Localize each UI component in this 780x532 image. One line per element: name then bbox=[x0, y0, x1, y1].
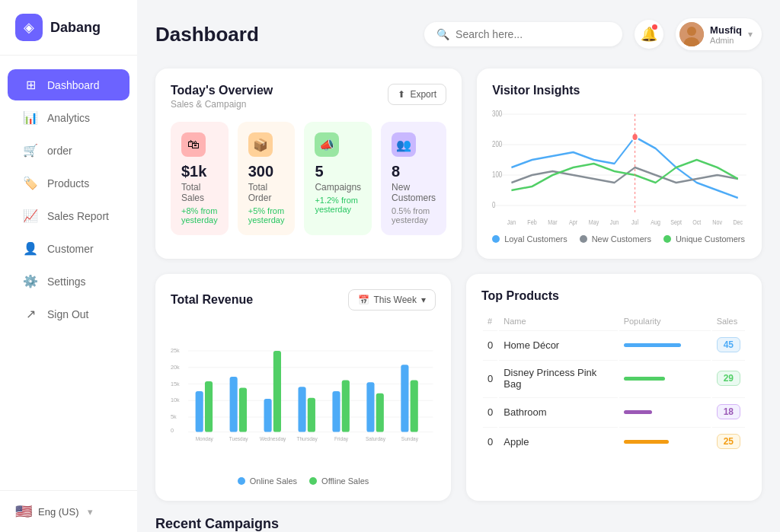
svg-text:Jan: Jan bbox=[507, 218, 516, 226]
svg-text:Sunday: Sunday bbox=[401, 436, 419, 442]
svg-text:200: 200 bbox=[492, 140, 502, 148]
revenue-title: Total Revenue bbox=[171, 293, 253, 307]
total-sales-value: $1k bbox=[181, 163, 218, 180]
svg-text:300: 300 bbox=[492, 110, 502, 118]
sidebar-item-sign-out[interactable]: ↗ Sign Out bbox=[8, 298, 129, 330]
sidebar-item-sales-report[interactable]: 📈 Sales Report bbox=[8, 200, 129, 231]
period-selector-button[interactable]: 📅 This Week ▾ bbox=[348, 289, 436, 311]
sidebar-item-order[interactable]: 🛒 order bbox=[8, 135, 129, 166]
legend-loyal: Loyal Customers bbox=[492, 234, 567, 244]
svg-text:Wednesday: Wednesday bbox=[260, 436, 286, 442]
product-name: Disney Princess Pink Bag bbox=[499, 360, 617, 396]
overview-title: Today's Overview bbox=[171, 84, 273, 97]
stat-card-total-sales: 🛍 $1k Total Sales +8% from yesterday bbox=[171, 122, 229, 235]
product-rank: 0 bbox=[483, 397, 497, 425]
col-popularity: Popularity bbox=[619, 314, 711, 329]
svg-rect-44 bbox=[273, 351, 281, 432]
customer-icon: 👤 bbox=[23, 241, 38, 256]
new-label: New Customers bbox=[592, 234, 651, 244]
product-name: Bathroom bbox=[499, 397, 617, 425]
svg-text:15k: 15k bbox=[171, 381, 180, 387]
svg-text:Apr: Apr bbox=[569, 218, 577, 226]
unique-dot bbox=[663, 235, 671, 243]
campaigns-icon: 📣 bbox=[315, 132, 339, 157]
svg-text:Mar: Mar bbox=[548, 218, 558, 226]
revenue-chart-container: 25k 20k 15k 10k 5k 0 Monday bbox=[171, 323, 436, 470]
table-row: 0 Home Décor 45 bbox=[483, 330, 745, 358]
svg-text:Thursday: Thursday bbox=[296, 436, 318, 442]
stat-card-total-order: 📦 300 Total Order +5% from yesterday bbox=[238, 122, 296, 235]
svg-text:Feb: Feb bbox=[527, 218, 537, 226]
product-sales: 45 bbox=[712, 330, 745, 358]
svg-rect-43 bbox=[264, 399, 272, 432]
sidebar-item-analytics[interactable]: 📊 Analytics bbox=[8, 102, 129, 133]
new-customers-value: 8 bbox=[392, 163, 436, 180]
search-input[interactable] bbox=[456, 28, 610, 40]
notification-dot bbox=[652, 24, 657, 30]
svg-rect-38 bbox=[205, 381, 213, 432]
logo-area: ◈ Dabang bbox=[0, 0, 137, 56]
table-row: 0 Apple 25 bbox=[483, 427, 745, 455]
page-header: Dashboard 🔍 🔔 Musfiq bbox=[155, 18, 762, 50]
analytics-icon: 📊 bbox=[23, 110, 38, 125]
overview-header: Today's Overview Sales & Campaign ⬆ Expo… bbox=[171, 84, 446, 110]
loyal-dot bbox=[492, 235, 500, 243]
language-label: Eng (US) bbox=[38, 506, 78, 518]
revenue-chart: 25k 20k 15k 10k 5k 0 Monday bbox=[171, 323, 436, 467]
user-menu[interactable]: Musfiq Admin ▾ bbox=[676, 18, 762, 50]
order-icon: 🛒 bbox=[23, 143, 38, 158]
export-button[interactable]: ⬆ Export bbox=[388, 84, 446, 105]
middle-row: Total Revenue 📅 This Week ▾ 25k 20k 15k … bbox=[155, 274, 762, 501]
sidebar-item-label: Dashboard bbox=[47, 79, 100, 91]
language-selector[interactable]: 🇺🇸 Eng (US) ▾ bbox=[0, 490, 137, 532]
notifications-button[interactable]: 🔔 bbox=[635, 20, 663, 49]
visitor-insights-card: Visitor Insights 300 200 100 0 Jan Feb bbox=[477, 68, 762, 259]
sidebar-item-products[interactable]: 🏷️ Products bbox=[8, 167, 129, 199]
svg-text:Friday: Friday bbox=[334, 436, 349, 442]
sidebar-item-customer[interactable]: 👤 Customer bbox=[8, 233, 129, 264]
svg-text:Jun: Jun bbox=[610, 218, 619, 226]
sidebar-item-label: Analytics bbox=[47, 112, 90, 124]
calendar-icon: 📅 bbox=[358, 295, 369, 305]
product-name: Apple bbox=[499, 427, 617, 455]
product-sales: 25 bbox=[712, 427, 745, 455]
svg-text:20k: 20k bbox=[171, 364, 180, 371]
sidebar-item-settings[interactable]: ⚙️ Settings bbox=[8, 266, 129, 297]
svg-text:May: May bbox=[589, 218, 599, 226]
app-name: Dabang bbox=[50, 20, 101, 36]
sidebar-item-label: Products bbox=[47, 177, 89, 190]
top-products-table: # Name Popularity Sales 0 Home Décor 45 … bbox=[481, 312, 746, 457]
overview-card: Today's Overview Sales & Campaign ⬆ Expo… bbox=[155, 68, 462, 259]
legend-offline-sales: Offline Sales bbox=[309, 476, 369, 486]
sidebar-item-dashboard[interactable]: ⊞ Dashboard bbox=[8, 69, 129, 100]
chevron-down-icon: ▾ bbox=[421, 295, 426, 305]
revenue-card: Total Revenue 📅 This Week ▾ 25k 20k 15k … bbox=[155, 274, 451, 501]
top-products-title: Top Products bbox=[481, 289, 746, 303]
svg-rect-40 bbox=[230, 377, 238, 432]
search-box[interactable]: 🔍 bbox=[424, 22, 622, 46]
product-rank: 0 bbox=[483, 330, 497, 358]
legend-new: New Customers bbox=[580, 234, 651, 244]
avatar-image bbox=[679, 22, 704, 46]
svg-rect-53 bbox=[376, 393, 384, 432]
revenue-legend: Online Sales Offline Sales bbox=[171, 476, 436, 486]
svg-point-1 bbox=[687, 27, 696, 36]
nav-menu: ⊞ Dashboard 📊 Analytics 🛒 order 🏷️ Produ… bbox=[0, 56, 137, 490]
avatar bbox=[679, 22, 704, 46]
stats-grid: 🛍 $1k Total Sales +8% from yesterday 📦 3… bbox=[171, 122, 446, 235]
svg-rect-49 bbox=[332, 391, 340, 432]
svg-rect-37 bbox=[196, 391, 203, 432]
visitor-insights-legend: Loyal Customers New Customers Unique Cus… bbox=[492, 234, 746, 244]
svg-text:Sept: Sept bbox=[670, 218, 682, 226]
svg-rect-46 bbox=[298, 387, 305, 432]
offline-label: Offline Sales bbox=[321, 476, 369, 486]
campaigns-value: 5 bbox=[315, 163, 361, 180]
legend-online-sales: Online Sales bbox=[238, 476, 297, 486]
online-label: Online Sales bbox=[250, 476, 297, 486]
svg-rect-41 bbox=[239, 388, 247, 432]
dashboard-icon: ⊞ bbox=[23, 78, 38, 92]
online-dot bbox=[238, 477, 245, 485]
total-order-label: Total Order bbox=[248, 182, 285, 203]
settings-icon: ⚙️ bbox=[23, 274, 38, 288]
loyal-label: Loyal Customers bbox=[504, 234, 567, 244]
